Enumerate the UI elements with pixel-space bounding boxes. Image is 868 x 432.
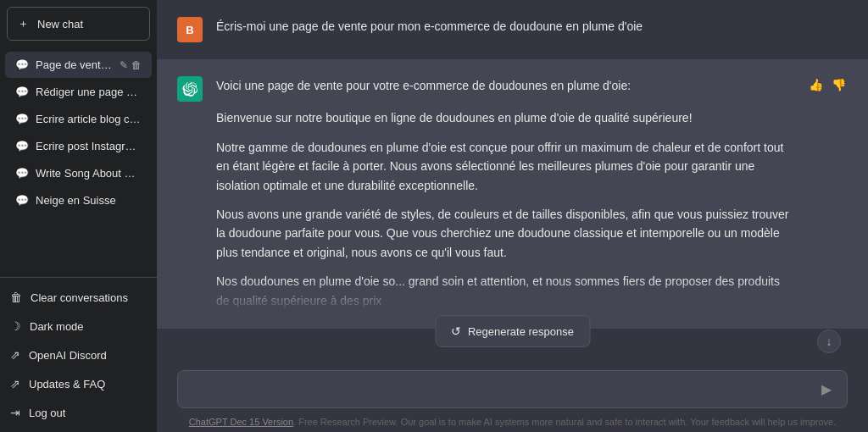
input-area: ↓ ↺ Regenerate response ▶ bbox=[157, 360, 868, 413]
chat-bubble-icon: 💬 bbox=[15, 113, 29, 125]
regenerate-popup[interactable]: ↺ Regenerate response bbox=[435, 315, 590, 347]
sidebar-bottom-item-discord[interactable]: ⇗OpenAI Discord bbox=[0, 341, 157, 369]
conversation-item[interactable]: 💬Ecrire article blog chocolat s bbox=[5, 106, 152, 132]
updates-icon: ⇗ bbox=[10, 377, 20, 390]
message-body: Bienvenue sur notre boutique en ligne de… bbox=[216, 108, 793, 312]
message-row-user: BÉcris-moi une page de vente pour mon e-… bbox=[157, 0, 868, 59]
conversation-item[interactable]: 💬Ecrire post Instagram sur les bbox=[5, 133, 152, 159]
regenerate-label: Regenerate response bbox=[468, 325, 574, 338]
scroll-down-icon: ↓ bbox=[826, 335, 832, 348]
sidebar-bottom-label: Dark mode bbox=[30, 320, 84, 333]
send-icon: ▶ bbox=[821, 381, 832, 397]
message-content: Écris-moi une page de vente pour mon e-c… bbox=[216, 17, 848, 36]
delete-conversation-button[interactable]: 🗑 bbox=[131, 59, 142, 71]
sidebar-bottom: 🗑Clear conversations☽Dark mode⇗OpenAI Di… bbox=[0, 277, 157, 432]
chat-bubble-icon: 💬 bbox=[15, 140, 29, 152]
conversation-item[interactable]: 💬Rédiger une page de vente p bbox=[5, 79, 152, 105]
conversation-actions: ✎🗑 bbox=[120, 59, 142, 71]
main-panel: BÉcris-moi une page de vente pour mon e-… bbox=[157, 0, 868, 432]
message-paragraph: Bienvenue sur notre boutique en ligne de… bbox=[216, 108, 793, 127]
conversation-label: Ecrire post Instagram sur les bbox=[36, 140, 142, 152]
conversation-label: Write Song About Geekworke bbox=[36, 167, 142, 180]
new-chat-label: New chat bbox=[37, 18, 83, 30]
conversation-label: Neige en Suisse bbox=[36, 194, 142, 207]
thumbs-down-button[interactable]: 👎 bbox=[830, 76, 848, 93]
thumbs-up-button[interactable]: 👍 bbox=[807, 76, 825, 93]
conversation-list: 💬Page de vente doudou✎🗑💬Rédiger une page… bbox=[0, 47, 157, 277]
message-paragraph: Nous avons une grande variété de styles,… bbox=[216, 205, 793, 262]
sidebar-bottom-label: OpenAI Discord bbox=[29, 349, 107, 362]
message-text: Écris-moi une page de vente pour mon e-c… bbox=[216, 17, 848, 36]
conversation-item[interactable]: 💬Neige en Suisse bbox=[5, 187, 152, 213]
chat-bubble-icon: 💬 bbox=[15, 58, 29, 71]
clear-icon: 🗑 bbox=[10, 291, 22, 304]
new-chat-button[interactable]: ＋ New chat bbox=[7, 7, 150, 41]
scroll-down-button[interactable]: ↓ bbox=[817, 330, 841, 353]
conversation-label: Rédiger une page de vente p bbox=[36, 86, 142, 98]
sidebar-bottom-item-clear[interactable]: 🗑Clear conversations bbox=[0, 283, 157, 312]
send-button[interactable]: ▶ bbox=[818, 379, 835, 399]
message-content: Voici une page de vente pour votre e-com… bbox=[216, 76, 793, 312]
sidebar-bottom-item-updates[interactable]: ⇗Updates & FAQ bbox=[0, 369, 157, 398]
footer: ChatGPT Dec 15 Version. Free Research Pr… bbox=[157, 413, 868, 432]
sidebar: ＋ New chat 💬Page de vente doudou✎🗑💬Rédig… bbox=[0, 0, 157, 432]
chat-bubble-icon: 💬 bbox=[15, 86, 29, 98]
conversation-label: Page de vente doudou bbox=[36, 58, 113, 71]
sidebar-bottom-item-logout[interactable]: ⇥Log out bbox=[0, 398, 157, 427]
conversation-item[interactable]: 💬Write Song About Geekworke bbox=[5, 160, 152, 186]
chat-area: BÉcris-moi une page de vente pour mon e-… bbox=[157, 0, 868, 360]
plus-icon: ＋ bbox=[18, 16, 29, 31]
user-avatar: B bbox=[177, 17, 203, 42]
edit-conversation-button[interactable]: ✎ bbox=[120, 59, 128, 71]
sidebar-bottom-item-dark-mode[interactable]: ☽Dark mode bbox=[0, 312, 157, 341]
regen-icon: ↺ bbox=[451, 324, 461, 338]
conversation-item[interactable]: 💬Page de vente doudou✎🗑 bbox=[5, 52, 152, 78]
message-paragraph: Notre gamme de doudounes en plume d'oie … bbox=[216, 138, 793, 195]
dark-mode-icon: ☽ bbox=[10, 319, 21, 333]
message-row-assistant: Voici une page de vente pour votre e-com… bbox=[157, 59, 868, 329]
chat-bubble-icon: 💬 bbox=[15, 194, 29, 207]
sidebar-bottom-label: Clear conversations bbox=[31, 291, 128, 304]
footer-link[interactable]: ChatGPT Dec 15 Version bbox=[189, 417, 293, 427]
chat-bubble-icon: 💬 bbox=[15, 167, 29, 180]
sidebar-bottom-label: Log out bbox=[29, 407, 65, 419]
sidebar-bottom-label: Updates & FAQ bbox=[29, 378, 105, 390]
message-feedback-actions: 👍👎 bbox=[807, 76, 848, 93]
discord-icon: ⇗ bbox=[10, 348, 20, 362]
conversation-label: Ecrire article blog chocolat s bbox=[36, 113, 142, 125]
input-wrapper: ▶ bbox=[177, 370, 848, 408]
logout-icon: ⇥ bbox=[10, 406, 20, 419]
fade-overlay bbox=[216, 278, 793, 312]
chat-input[interactable] bbox=[190, 380, 818, 398]
message-intro: Voici une page de vente pour votre e-com… bbox=[216, 76, 793, 95]
footer-text: . Free Research Preview. Our goal is to … bbox=[293, 417, 836, 427]
assistant-avatar bbox=[177, 76, 203, 102]
